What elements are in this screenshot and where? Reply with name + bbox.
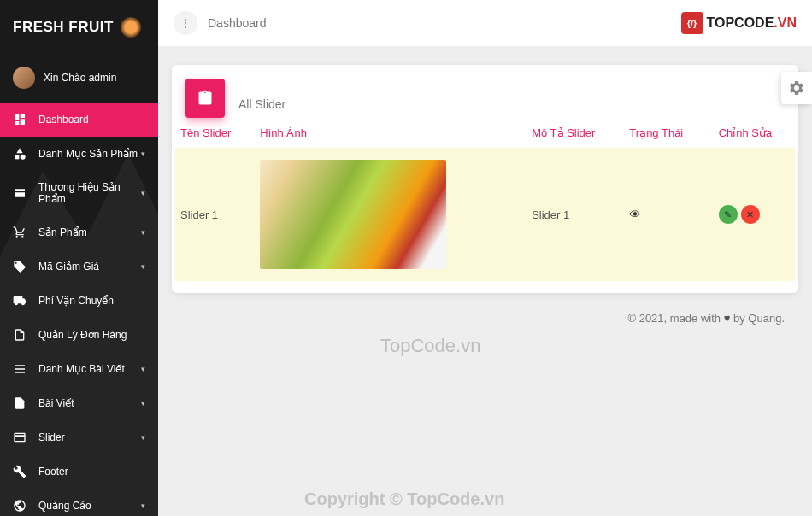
chevron-down-icon: ▾ bbox=[141, 365, 145, 373]
sidebar-logo: FRESH FRUIT bbox=[0, 0, 158, 55]
settings-fab[interactable] bbox=[781, 72, 812, 104]
watermark-brand-icon: {/} bbox=[681, 12, 703, 34]
dashboard-icon bbox=[13, 113, 26, 126]
order-icon bbox=[13, 328, 26, 342]
th-name: Tên Slider bbox=[175, 126, 260, 139]
sidebar-item-category[interactable]: Danh Mục Sản Phẩm▾ bbox=[0, 137, 158, 171]
card-title: All Slider bbox=[238, 97, 285, 118]
delete-button[interactable]: ✕ bbox=[741, 205, 760, 224]
sidebar-item-label: Thương Hiệu Sản Phẩm bbox=[38, 181, 141, 205]
sidebar-item-label: Footer bbox=[38, 466, 68, 478]
sidebar-item-wrench[interactable]: Footer bbox=[0, 454, 158, 489]
cell-name: Slider 1 bbox=[175, 208, 260, 221]
sidebar-item-cart[interactable]: Sản Phẩm▾ bbox=[0, 215, 158, 249]
user-greeting-row: Xin Chào admin bbox=[0, 55, 158, 103]
main: ⋮ Dashboard {/} TOPCODE.VN All Slider Tê… bbox=[158, 0, 812, 516]
sidebar-item-label: Danh Mục Bài Viết bbox=[38, 363, 125, 375]
eye-icon[interactable]: 👁 bbox=[629, 208, 641, 221]
ad-icon bbox=[13, 499, 26, 513]
sidebar-item-label: Danh Mục Sản Phẩm bbox=[38, 148, 138, 160]
th-image: Hình Ảnh bbox=[260, 126, 532, 139]
svg-point-0 bbox=[21, 155, 26, 160]
content: All Slider Tên Slider Hình Ảnh Mô Tả Sli… bbox=[158, 46, 812, 343]
user-greeting: Xin Chào admin bbox=[44, 72, 116, 84]
sidebar-item-order[interactable]: Quản Lý Đơn Hàng bbox=[0, 318, 158, 352]
sidebar-item-label: Quản Lý Đơn Hàng bbox=[38, 329, 127, 341]
slider-card: All Slider Tên Slider Hình Ảnh Mô Tả Sli… bbox=[172, 65, 798, 293]
wrench-icon bbox=[13, 465, 26, 478]
sidebar: FRESH FRUIT Xin Chào admin DashboardDanh… bbox=[0, 0, 158, 516]
truck-icon bbox=[13, 294, 26, 308]
sidebar-item-label: Quảng Cáo bbox=[38, 500, 91, 512]
sidebar-item-label: Bài Viết bbox=[38, 397, 74, 409]
chevron-down-icon: ▾ bbox=[141, 228, 145, 237]
brand-icon bbox=[13, 186, 26, 200]
sidebar-item-label: Slider bbox=[38, 431, 65, 443]
card-icon bbox=[13, 431, 26, 444]
slider-image bbox=[260, 160, 446, 269]
sidebar-item-list[interactable]: Danh Mục Bài Viết▾ bbox=[0, 352, 158, 386]
sidebar-item-truck[interactable]: Phí Vận Chuyển bbox=[0, 284, 158, 318]
footer: © 2021, made with ♥ by Quang. bbox=[172, 293, 798, 325]
table-head: Tên Slider Hình Ảnh Mô Tả Slider Trạng T… bbox=[175, 118, 795, 148]
chevron-down-icon: ▾ bbox=[141, 262, 145, 271]
logo-icon bbox=[121, 17, 141, 38]
cell-actions: ✎ ✕ bbox=[719, 205, 795, 224]
sidebar-item-label: Mã Giảm Giá bbox=[38, 261, 99, 273]
cell-image bbox=[260, 160, 532, 269]
gear-icon bbox=[788, 79, 805, 97]
nav: DashboardDanh Mục Sản Phẩm▾Thương Hiệu S… bbox=[0, 103, 158, 516]
topbar-menu-icon[interactable]: ⋮ bbox=[174, 11, 197, 35]
cell-desc: Slider 1 bbox=[532, 208, 629, 221]
sidebar-item-tag[interactable]: Mã Giảm Giá▾ bbox=[0, 249, 158, 284]
chevron-down-icon: ▾ bbox=[141, 189, 145, 197]
sidebar-item-label: Dashboard bbox=[38, 114, 89, 126]
avatar bbox=[13, 67, 35, 89]
sidebar-item-post[interactable]: Bài Viết▾ bbox=[0, 386, 158, 420]
table-row: Slider 1 Slider 1 👁 ✎ ✕ bbox=[175, 148, 795, 281]
clipboard-icon bbox=[185, 79, 225, 118]
brand-name: FRESH FRUIT bbox=[13, 19, 114, 36]
th-desc: Mô Tả Slider bbox=[532, 126, 629, 139]
sidebar-item-label: Phí Vận Chuyển bbox=[38, 295, 114, 307]
edit-button[interactable]: ✎ bbox=[719, 205, 738, 224]
breadcrumb: Dashboard bbox=[208, 16, 267, 30]
sidebar-item-dashboard[interactable]: Dashboard bbox=[0, 103, 158, 137]
chevron-down-icon: ▾ bbox=[141, 150, 145, 158]
cell-status: 👁 bbox=[629, 207, 718, 222]
chevron-down-icon: ▾ bbox=[141, 433, 145, 442]
th-edit: Chỉnh Sửa bbox=[719, 126, 795, 139]
chevron-down-icon: ▾ bbox=[141, 501, 145, 510]
sidebar-item-label: Sản Phẩm bbox=[38, 226, 87, 238]
cart-icon bbox=[13, 226, 26, 239]
th-status: Trạng Thái bbox=[629, 126, 718, 139]
sidebar-item-card[interactable]: Slider▾ bbox=[0, 420, 158, 454]
list-icon bbox=[13, 362, 26, 376]
category-icon bbox=[13, 147, 26, 161]
tag-icon bbox=[13, 260, 26, 273]
chevron-down-icon: ▾ bbox=[141, 399, 145, 408]
watermark-brand-text: TOPCODE.VN bbox=[707, 15, 797, 31]
sidebar-item-brand[interactable]: Thương Hiệu Sản Phẩm▾ bbox=[0, 171, 158, 215]
watermark-brand: {/} TOPCODE.VN bbox=[681, 12, 797, 34]
topbar: ⋮ Dashboard {/} TOPCODE.VN bbox=[158, 0, 812, 46]
post-icon bbox=[13, 396, 26, 410]
sidebar-item-ad[interactable]: Quảng Cáo▾ bbox=[0, 489, 158, 516]
card-header: All Slider bbox=[172, 65, 798, 118]
